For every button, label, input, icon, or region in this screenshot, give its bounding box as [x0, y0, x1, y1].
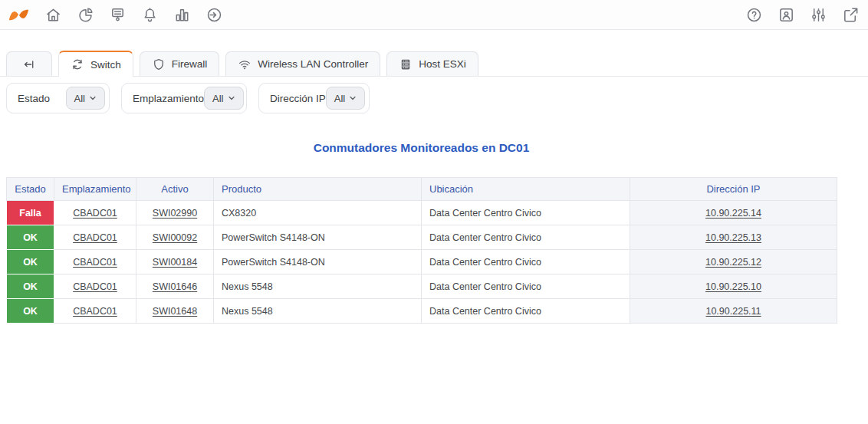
centreon-logo[interactable]: [8, 7, 29, 23]
table-row: FallaCBADC01SWI02990CX8320Data Center Ce…: [7, 201, 837, 225]
shield-icon: [152, 58, 166, 71]
tab-firewall[interactable]: Firewall: [140, 51, 220, 76]
home-icon[interactable]: [44, 6, 62, 24]
column-header-producto: Producto: [214, 178, 422, 201]
filter-emplazamiento: Emplazamiento All: [121, 83, 247, 113]
status-cell: OK: [7, 250, 54, 274]
direccion-ip-link[interactable]: 10.90.225.13: [705, 232, 761, 243]
table-row: OKCBADC01SWI01648Nexus 5548Data Center C…: [7, 299, 837, 324]
direccion-ip-cell: 10.90.225.13: [630, 225, 837, 250]
filter-estado: Estado All: [6, 83, 110, 113]
ubicacion-cell: Data Center Centro Civico: [422, 225, 630, 250]
activo-link[interactable]: SWI01648: [153, 306, 197, 317]
tab-wireless-lan-controller-label: Wireless LAN Controller: [258, 58, 368, 70]
status-cell: OK: [7, 225, 54, 250]
activo-cell: SWI02990: [136, 201, 214, 225]
page-title: Conmutadores Monitoreados en DC01: [6, 141, 837, 155]
activo-link[interactable]: SWI00092: [153, 232, 197, 243]
table-header-row: Estado Emplazamiento Activo Producto Ubi…: [7, 178, 837, 201]
emplazamiento-link[interactable]: CBADC01: [73, 232, 117, 243]
emplazamiento-cell: CBADC01: [54, 225, 136, 250]
notifications-bell-icon[interactable]: [141, 6, 159, 24]
sync-icon: [71, 58, 84, 71]
filter-direccion-ip: Dirección IP All: [258, 83, 370, 113]
direccion-ip-link[interactable]: 10.90.225.10: [705, 281, 761, 292]
ubicacion-cell: Data Center Centro Civico: [422, 201, 630, 225]
tab-host-esxi-label: Host ESXi: [419, 58, 466, 70]
tab-switch[interactable]: Switch: [58, 51, 133, 77]
filter-emplazamiento-dropdown[interactable]: All: [204, 87, 243, 110]
ubicacion-cell: Data Center Centro Civico: [422, 299, 630, 324]
top-navigation-bar: [0, 0, 868, 30]
filter-estado-label: Estado: [18, 93, 50, 104]
tab-firewall-label: Firewall: [172, 58, 208, 70]
tab-host-esxi[interactable]: Host ESXi: [386, 51, 478, 76]
tab-switch-label: Switch: [90, 59, 121, 71]
activo-cell: SWI00092: [136, 225, 214, 250]
poller-icon[interactable]: [109, 6, 127, 24]
producto-cell: Nexus 5548: [214, 299, 422, 324]
table-row: OKCBADC01SWI01646Nexus 5548Data Center C…: [7, 274, 837, 299]
emplazamiento-link[interactable]: CBADC01: [73, 281, 117, 292]
filter-estado-dropdown[interactable]: All: [66, 87, 105, 110]
column-header-estado: Estado: [7, 178, 54, 201]
activo-cell: SWI01646: [136, 274, 214, 299]
emplazamiento-link[interactable]: CBADC01: [73, 306, 117, 317]
parameters-icon[interactable]: [810, 6, 827, 24]
help-icon[interactable]: [745, 6, 763, 24]
filter-direccion-ip-label: Dirección IP: [270, 93, 326, 104]
wifi-icon: [238, 58, 252, 71]
filter-direccion-ip-value: All: [334, 93, 345, 104]
direccion-ip-cell: 10.90.225.10: [630, 274, 837, 299]
collapse-tab[interactable]: [6, 51, 52, 76]
collapse-left-icon: [22, 58, 36, 71]
profile-icon[interactable]: [778, 6, 795, 24]
table-body: FallaCBADC01SWI02990CX8320Data Center Ce…: [7, 201, 837, 324]
filter-emplazamiento-value: All: [212, 93, 223, 104]
direccion-ip-link[interactable]: 10.90.225.11: [705, 306, 761, 317]
activo-cell: SWI01648: [136, 299, 214, 324]
column-header-ubicacion: Ubicación: [422, 178, 630, 201]
direccion-ip-link[interactable]: 10.90.225.14: [705, 208, 761, 219]
filter-direccion-ip-dropdown[interactable]: All: [326, 87, 365, 110]
column-header-emplazamiento: Emplazamiento: [54, 178, 136, 201]
table-row: OKCBADC01SWI00092PowerSwitch S4148-ONDat…: [7, 225, 837, 250]
status-cell: OK: [7, 299, 54, 324]
filter-row: Estado All Emplazamiento All Dirección I…: [0, 83, 868, 113]
producto-cell: PowerSwitch S4148-ON: [214, 250, 422, 274]
filter-emplazamiento-label: Emplazamiento: [133, 93, 204, 104]
status-cell: Falla: [7, 201, 54, 225]
switches-table-section: Estado Emplazamiento Activo Producto Ubi…: [6, 177, 868, 324]
activo-link[interactable]: SWI00184: [153, 257, 197, 268]
direccion-ip-cell: 10.90.225.14: [630, 201, 837, 225]
emplazamiento-cell: CBADC01: [54, 201, 136, 225]
topbar-left-icons: [44, 6, 223, 24]
activo-link[interactable]: SWI02990: [153, 208, 197, 219]
producto-cell: Nexus 5548: [214, 274, 422, 299]
status-cell: OK: [7, 274, 54, 299]
emplazamiento-link[interactable]: CBADC01: [73, 208, 117, 219]
producto-cell: PowerSwitch S4148-ON: [214, 225, 422, 250]
column-header-direccion-ip: Dirección IP: [630, 178, 837, 201]
topbar-right-icons: [745, 6, 860, 24]
login-icon[interactable]: [205, 6, 223, 24]
tab-wireless-lan-controller[interactable]: Wireless LAN Controller: [225, 51, 380, 76]
statistics-icon[interactable]: [173, 6, 191, 24]
direccion-ip-cell: 10.90.225.12: [630, 250, 837, 274]
table-header: Estado Emplazamiento Activo Producto Ubi…: [7, 178, 837, 201]
producto-cell: CX8320: [214, 201, 422, 225]
emplazamiento-cell: CBADC01: [54, 299, 136, 324]
table-row: OKCBADC01SWI00184PowerSwitch S4148-ONDat…: [7, 250, 837, 274]
device-type-tabbar: Switch Firewall Wireless LAN Controller …: [0, 51, 868, 77]
pie-chart-icon[interactable]: [77, 6, 94, 24]
activo-link[interactable]: SWI01646: [153, 281, 197, 292]
direccion-ip-link[interactable]: 10.90.225.12: [705, 257, 761, 268]
emplazamiento-link[interactable]: CBADC01: [73, 257, 117, 268]
ubicacion-cell: Data Center Centro Civico: [422, 274, 630, 299]
chevron-down-icon: [349, 94, 357, 102]
chevron-down-icon: [89, 94, 97, 102]
chevron-down-icon: [228, 94, 235, 102]
filter-estado-value: All: [74, 93, 85, 104]
column-header-activo: Activo: [136, 178, 214, 201]
external-link-icon[interactable]: [842, 6, 860, 24]
